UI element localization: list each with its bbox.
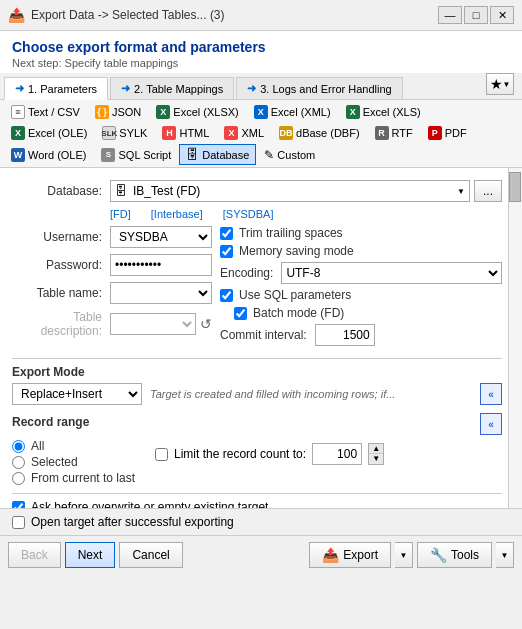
memory-saving-label: Memory saving mode xyxy=(239,244,354,258)
format-label-html: HTML xyxy=(179,127,209,139)
tab-label-1: 1. Parameters xyxy=(28,83,97,95)
header-section: Choose export format and parameters Next… xyxy=(0,31,522,73)
limit-record-input[interactable] xyxy=(312,443,362,465)
db-meta-interbase[interactable]: [Interbase] xyxy=(151,208,203,220)
tab-arrow-1: ➜ xyxy=(15,82,24,95)
encoding-label: Encoding: xyxy=(220,266,273,280)
tab-parameters[interactable]: ➜ 1. Parameters xyxy=(4,77,108,100)
format-xml[interactable]: X XML xyxy=(217,123,271,143)
export-mode-label: Export Mode xyxy=(12,365,502,379)
limit-down-button[interactable]: ▼ xyxy=(369,454,383,464)
trim-spaces-row: Trim trailing spaces xyxy=(220,226,502,240)
radio-from-current[interactable] xyxy=(12,472,25,485)
format-excel-ole[interactable]: X Excel (OLE) xyxy=(4,123,94,143)
db-meta-sysdba[interactable]: [SYSDBA] xyxy=(223,208,274,220)
format-sql-script[interactable]: S SQL Script xyxy=(94,144,178,165)
db-meta-fd[interactable]: [FD] xyxy=(110,208,131,220)
password-input[interactable] xyxy=(110,254,212,276)
export-dropdown-button[interactable]: ▼ xyxy=(395,542,413,568)
minimize-button[interactable]: — xyxy=(438,6,462,24)
cancel-button[interactable]: Cancel xyxy=(119,542,182,568)
database-value: IB_Test (FD) xyxy=(133,184,200,198)
format-pdf[interactable]: P PDF xyxy=(421,123,474,143)
scrollbar-thumb[interactable] xyxy=(509,172,521,202)
commit-interval-row: Commit interval: xyxy=(220,324,502,346)
custom-icon: ✎ xyxy=(264,148,274,162)
scrollbar-track xyxy=(508,168,522,508)
password-value xyxy=(110,254,212,276)
commit-interval-input[interactable] xyxy=(315,324,375,346)
back-button[interactable]: Back xyxy=(8,542,61,568)
format-dbase[interactable]: DB dBase (DBF) xyxy=(272,123,367,143)
record-range-section: Record range « All Selected From curren xyxy=(12,413,502,485)
csv-icon: ≡ xyxy=(11,105,25,119)
limit-record-checkbox[interactable] xyxy=(155,448,168,461)
tools-button[interactable]: 🔧 Tools xyxy=(417,542,492,568)
close-button[interactable]: ✕ xyxy=(490,6,514,24)
format-rtf[interactable]: R RTF xyxy=(368,123,420,143)
maximize-button[interactable]: □ xyxy=(464,6,488,24)
database-browse-button[interactable]: ... xyxy=(474,180,502,202)
export-mode-expand-button[interactable]: « xyxy=(480,383,502,405)
table-name-row: Table name: xyxy=(12,282,212,304)
limit-up-button[interactable]: ▲ xyxy=(369,444,383,454)
format-text-csv[interactable]: ≡ Text / CSV xyxy=(4,102,87,122)
radio-from-current-label: From current to last xyxy=(31,471,135,485)
trim-checkbox[interactable] xyxy=(220,227,233,240)
format-word-ole[interactable]: W Word (OLE) xyxy=(4,144,93,165)
format-label-dbase: dBase (DBF) xyxy=(296,127,360,139)
format-html[interactable]: H HTML xyxy=(155,123,216,143)
tools-icon: 🔧 xyxy=(430,547,447,563)
memory-saving-checkbox[interactable] xyxy=(220,245,233,258)
encoding-select[interactable]: UTF-8 UTF-16 ANSI xyxy=(281,262,502,284)
table-desc-select[interactable] xyxy=(110,313,196,335)
ask-before-checkbox[interactable] xyxy=(12,501,25,509)
star-button[interactable]: ★ ▼ xyxy=(486,73,514,95)
record-range-expand-button[interactable]: « xyxy=(480,413,502,435)
format-sylk[interactable]: SLK SYLK xyxy=(95,123,154,143)
table-name-select[interactable] xyxy=(110,282,212,304)
table-desc-value: ↺ xyxy=(110,313,212,335)
format-excel-xlsx[interactable]: X Excel (XLSX) xyxy=(149,102,245,122)
format-label-sylk: SYLK xyxy=(119,127,147,139)
format-database[interactable]: 🗄 Database xyxy=(179,144,256,165)
record-range-label: Record range xyxy=(12,415,89,429)
format-label-sql: SQL Script xyxy=(118,149,171,161)
open-target-label: Open target after successful exporting xyxy=(31,515,234,529)
radio-selected[interactable] xyxy=(12,456,25,469)
tab-logs[interactable]: ➜ 3. Logs and Error Handling xyxy=(236,77,402,99)
username-select[interactable]: SYSDBA xyxy=(110,226,212,248)
radio-all[interactable] xyxy=(12,440,25,453)
tab-label-2: 2. Table Mappings xyxy=(134,83,223,95)
title-bar-text: Export Data -> Selected Tables... (3) xyxy=(31,8,432,22)
table-desc-reset[interactable]: ↺ xyxy=(200,313,212,335)
sql-params-checkbox[interactable] xyxy=(220,289,233,302)
word-icon: W xyxy=(11,148,25,162)
batch-mode-checkbox[interactable] xyxy=(234,307,247,320)
radio-all-label: All xyxy=(31,439,44,453)
username-label: Username: xyxy=(12,230,102,244)
format-custom[interactable]: ✎ Custom xyxy=(257,144,322,165)
sql-params-label: Use SQL parameters xyxy=(239,288,351,302)
format-excel-xml[interactable]: X Excel (XML) xyxy=(247,102,338,122)
format-excel-xls[interactable]: X Excel (XLS) xyxy=(339,102,428,122)
format-json[interactable]: { } JSON xyxy=(88,102,148,122)
radio-group: All Selected From current to last xyxy=(12,439,135,485)
format-label-excel-xml: Excel (XML) xyxy=(271,106,331,118)
batch-mode-row: Batch mode (FD) xyxy=(220,306,502,320)
sql-icon: S xyxy=(101,148,115,162)
radio-selected-row: Selected xyxy=(12,455,135,469)
next-button[interactable]: Next xyxy=(65,542,116,568)
table-name-label: Table name: xyxy=(12,286,102,300)
table-desc-label: Table description: xyxy=(12,310,102,338)
format-label-xlsx: Excel (XLSX) xyxy=(173,106,238,118)
tab-table-mappings[interactable]: ➜ 2. Table Mappings xyxy=(110,77,234,99)
pdf-icon: P xyxy=(428,126,442,140)
tools-dropdown-button[interactable]: ▼ xyxy=(496,542,514,568)
rtf-icon: R xyxy=(375,126,389,140)
export-mode-section: Export Mode Replace+Insert Insert Update… xyxy=(12,365,502,405)
database-select[interactable]: 🗄 IB_Test (FD) ▼ xyxy=(110,180,470,202)
export-button[interactable]: 📤 Export xyxy=(309,542,391,568)
open-target-checkbox[interactable] xyxy=(12,516,25,529)
export-mode-select[interactable]: Replace+Insert Insert Update Replace Del… xyxy=(12,383,142,405)
